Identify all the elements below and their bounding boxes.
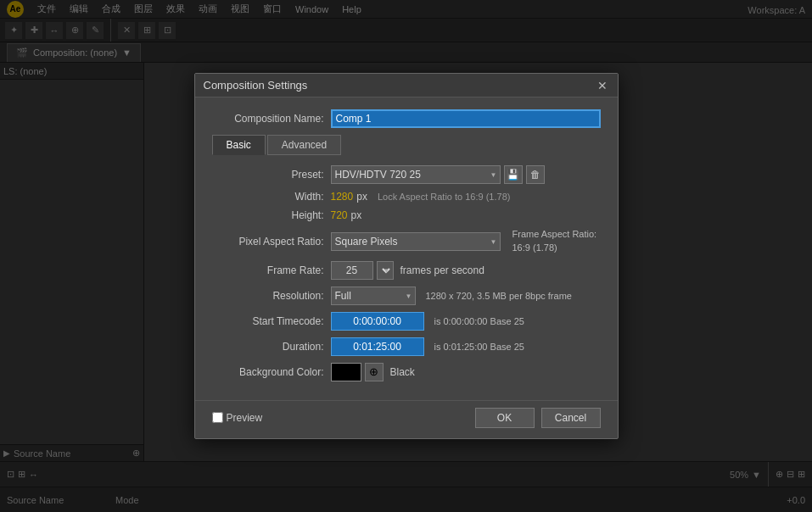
lock-aspect-link[interactable]: Lock Aspect Ratio to 16:9 (1.78): [378, 192, 511, 202]
pixel-aspect-select-wrapper: Square Pixels: [331, 232, 501, 251]
start-timecode-info: is 0:00:00:00 Base 25: [434, 316, 524, 326]
resolution-controls: Full 1280 x 720, 3.5 MB per 8bpc frame: [331, 287, 572, 305]
duration-row: Duration: is 0:01:25:00 Base 25: [212, 337, 601, 356]
resolution-row: Resolution: Full 1280 x 720, 3.5 MB per …: [212, 287, 601, 305]
resolution-info: 1280 x 720, 3.5 MB per 8bpc frame: [426, 291, 572, 301]
preset-label: Preset:: [212, 169, 331, 181]
dialog-tabs: Basic Advanced: [212, 135, 601, 155]
frame-rate-input[interactable]: [331, 261, 373, 280]
bg-color-row: Background Color: ⊕ Black: [212, 363, 601, 381]
preset-controls: HDV/HDTV 720 25 💾 🗑: [331, 165, 545, 184]
bg-color-swatch[interactable]: [331, 363, 361, 381]
frame-aspect-label: Frame Aspect Ratio:: [512, 229, 597, 239]
modal-overlay: Composition Settings ✕ Composition Name:…: [0, 0, 812, 512]
tab-basic-label: Basic: [227, 139, 251, 151]
dialog-close-button[interactable]: ✕: [596, 79, 609, 92]
resolution-select-wrapper: Full: [331, 287, 416, 305]
frame-rate-row: Frame Rate: frames per second: [212, 261, 601, 280]
width-value[interactable]: 1280: [331, 191, 354, 203]
preview-checkbox-group: Preview: [212, 412, 263, 424]
width-unit: px: [356, 191, 367, 203]
height-label: Height:: [212, 209, 331, 221]
bg-color-controls: ⊕ Black: [331, 363, 415, 381]
preview-label: Preview: [227, 412, 263, 424]
frame-rate-dropdown-wrapper: [377, 261, 394, 280]
dialog-titlebar: Composition Settings ✕: [195, 74, 618, 97]
start-timecode-label: Start Timecode:: [212, 315, 331, 327]
preset-select-wrapper: HDV/HDTV 720 25: [331, 165, 501, 184]
frame-rate-label: Frame Rate:: [212, 264, 331, 276]
width-row: Width: 1280 px Lock Aspect Ratio to 16:9…: [212, 191, 601, 203]
duration-info: is 0:01:25:00 Base 25: [434, 342, 524, 352]
footer-buttons: OK Cancel: [475, 408, 601, 428]
frame-rate-controls: frames per second: [331, 261, 484, 280]
duration-input[interactable]: [331, 337, 424, 356]
cancel-button[interactable]: Cancel: [541, 408, 601, 428]
frame-aspect-value: 16:9 (1.78): [512, 242, 557, 253]
comp-name-label: Composition Name:: [212, 113, 331, 125]
resolution-label: Resolution:: [212, 290, 331, 302]
tab-advanced[interactable]: Advanced: [267, 135, 341, 155]
duration-label: Duration:: [212, 341, 331, 353]
duration-controls: is 0:01:25:00 Base 25: [331, 337, 524, 356]
comp-name-input[interactable]: [331, 109, 601, 128]
preset-select[interactable]: HDV/HDTV 720 25: [331, 165, 501, 184]
pixel-aspect-row: Pixel Aspect Ratio: Square Pixels Frame …: [212, 228, 601, 254]
start-timecode-input[interactable]: [331, 312, 424, 331]
ok-button[interactable]: OK: [475, 408, 535, 428]
width-controls: 1280 px Lock Aspect Ratio to 16:9 (1.78): [331, 191, 511, 203]
fps-label: frames per second: [400, 264, 484, 276]
dialog-title: Composition Settings: [204, 79, 308, 92]
tab-basic[interactable]: Basic: [212, 135, 266, 155]
pixel-aspect-select[interactable]: Square Pixels: [331, 232, 501, 251]
pixel-aspect-controls: Square Pixels Frame Aspect Ratio: 16:9 (…: [331, 228, 597, 254]
preset-row: Preset: HDV/HDTV 720 25 💾 🗑: [212, 165, 601, 184]
dialog-footer: Preview OK Cancel: [195, 400, 618, 438]
start-timecode-controls: is 0:00:00:00 Base 25: [331, 312, 524, 331]
frame-aspect-info: Frame Aspect Ratio: 16:9 (1.78): [512, 228, 597, 254]
bg-color-name: Black: [390, 366, 415, 378]
width-label: Width:: [212, 191, 331, 203]
height-row: Height: 720 px: [212, 209, 601, 221]
height-unit: px: [351, 209, 362, 221]
preset-delete-btn[interactable]: 🗑: [526, 165, 545, 184]
tab-advanced-label: Advanced: [282, 139, 327, 151]
pixel-aspect-label: Pixel Aspect Ratio:: [212, 236, 331, 248]
frame-rate-dropdown[interactable]: [377, 261, 394, 280]
resolution-select[interactable]: Full: [331, 287, 416, 305]
bg-color-label: Background Color:: [212, 366, 331, 378]
height-value[interactable]: 720: [331, 209, 348, 221]
height-controls: 720 px: [331, 209, 369, 221]
start-timecode-row: Start Timecode: is 0:00:00:00 Base 25: [212, 312, 601, 331]
bg-color-eyedropper[interactable]: ⊕: [365, 363, 384, 381]
comp-name-row: Composition Name:: [212, 109, 601, 128]
composition-settings-dialog: Composition Settings ✕ Composition Name:…: [194, 73, 619, 439]
dialog-body: Composition Name: Basic Advanced Preset:: [195, 97, 618, 400]
preset-save-btn[interactable]: 💾: [504, 165, 523, 184]
preview-checkbox[interactable]: [212, 412, 223, 423]
